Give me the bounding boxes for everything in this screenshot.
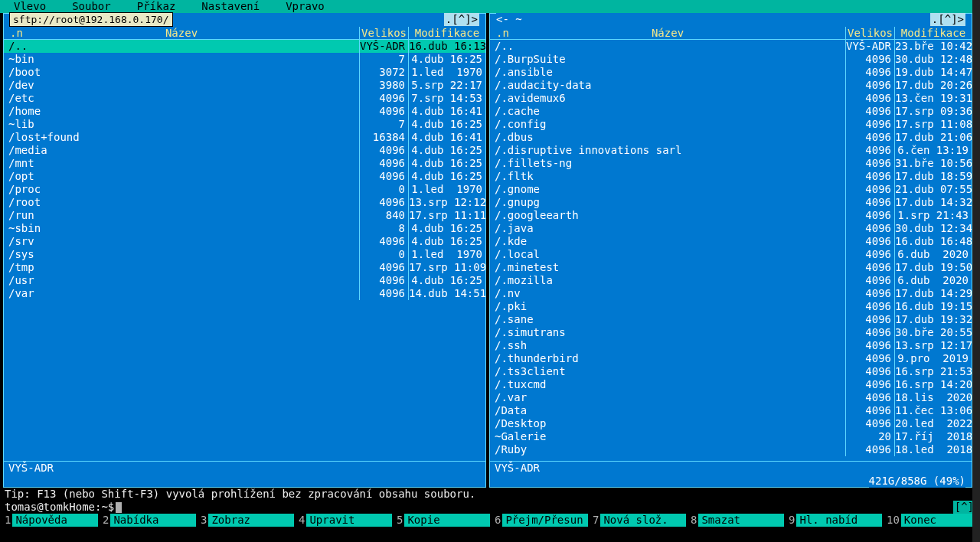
file-size: 4096 [360, 92, 409, 105]
left-col-time[interactable]: Modifikace [409, 27, 485, 39]
file-row[interactable]: /.audacity-data409617.dub 20:26 [490, 79, 972, 92]
file-row[interactable]: /.googleearth40961.srp 21:43 [490, 209, 972, 222]
file-row[interactable]: /.fltk409617.dub 18:59 [490, 170, 972, 183]
fkey-4[interactable]: 4Upravit [294, 514, 392, 527]
fkey-3[interactable]: 3Zobraz [196, 514, 294, 527]
file-row[interactable]: /.simutrans409630.bře 20:55 [490, 326, 972, 339]
file-row[interactable]: /boot30721.led 1970 [4, 66, 485, 79]
file-row[interactable]: /tmp409617.srp 11:09 [4, 261, 485, 274]
file-name: /srv [4, 235, 360, 248]
fkey-9[interactable]: 9Hl. nabíd [784, 514, 882, 527]
file-row[interactable]: /usr40964.dub 16:25 [4, 274, 485, 287]
menu-nastavení[interactable]: Nastavení [195, 0, 279, 13]
file-row[interactable]: /Desktop409620.led 2022 [490, 417, 972, 430]
file-row[interactable]: /.sane409617.dub 19:32 [490, 313, 972, 326]
menu-vpravo[interactable]: Vpravo [279, 0, 345, 13]
file-row[interactable]: /.ssh409613.srp 12:17 [490, 339, 972, 352]
right-panel-controls[interactable]: .[^]> [930, 13, 965, 26]
menu-soubor[interactable]: Soubor [66, 0, 131, 13]
fkey-number: 6 [490, 514, 502, 527]
left-panel[interactable]: <- .[^]> .n Název Velikos Modifikace /..… [3, 13, 486, 488]
menubar[interactable]: VlevoSouborPříkazNastaveníVpravo [0, 0, 980, 13]
file-row[interactable]: /.fillets-ng409631.bře 10:56 [490, 157, 972, 170]
file-row[interactable]: /.BurpSuite409630.dub 12:48 [490, 53, 972, 66]
file-time: 17.dub 14:29 [895, 287, 972, 300]
file-row[interactable]: /Data409611.čec 13:06 [490, 404, 972, 417]
file-row[interactable]: /media40964.dub 16:25 [4, 144, 485, 157]
file-size: 4096 [846, 118, 895, 131]
file-row[interactable]: /lost+found163844.dub 16:41 [4, 131, 485, 144]
left-panel-header[interactable]: .n Název Velikos Modifikace [4, 27, 485, 40]
file-row[interactable]: /Ruby409618.led 2018 [490, 443, 972, 456]
file-row[interactable]: /.gnupg409617.dub 14:32 [490, 196, 972, 209]
fkey-5[interactable]: 5Kopie [392, 514, 490, 527]
file-row[interactable]: /.gnome409621.dub 07:55 [490, 183, 972, 196]
file-row[interactable]: /var409614.dub 14:51 [4, 287, 485, 300]
right-panel-footer: VYŠ-ADR 421G/858G (49%) [490, 461, 972, 487]
file-name: /.disruptive innovations sarl [490, 144, 846, 157]
file-row[interactable]: ~lib74.dub 16:25 [4, 118, 485, 131]
file-size: 4096 [846, 79, 895, 92]
right-panel-header[interactable]: .n Název Velikos Modifikace [490, 27, 972, 40]
file-row[interactable]: /.java409630.dub 12:34 [490, 222, 972, 235]
right-col-time[interactable]: Modifikace [895, 27, 972, 39]
fkey-number: 7 [588, 514, 600, 527]
file-row[interactable]: ~sbin84.dub 16:25 [4, 222, 485, 235]
file-row[interactable]: /.tuxcmd409616.srp 14:20 [490, 378, 972, 391]
file-name: /Data [490, 404, 846, 417]
menu-příkaz[interactable]: Příkaz [131, 0, 196, 13]
file-row[interactable]: /.mozilla40966.dub 2020 [490, 274, 972, 287]
file-row[interactable]: /etc40967.srp 14:53 [4, 92, 485, 105]
file-time: 4.dub 16:25 [409, 274, 485, 287]
file-row[interactable]: /opt40964.dub 16:25 [4, 170, 485, 183]
left-file-list[interactable]: /..VYŠ-ADR16.dub 16:13~bin74.dub 16:25/b… [4, 40, 485, 461]
file-row[interactable]: /dev39805.srp 22:17 [4, 79, 485, 92]
file-row[interactable]: /..VYŠ-ADR16.dub 16:13 [4, 40, 485, 53]
fkey-number: 10 [882, 514, 901, 527]
file-row[interactable]: /root409613.srp 12:12 [4, 196, 485, 209]
file-row[interactable]: /.thunderbird40969.pro 2019 [490, 352, 972, 365]
right-col-name[interactable]: Název [490, 27, 846, 39]
file-size: 4096 [846, 131, 895, 144]
file-row[interactable]: /.kde409616.dub 16:48 [490, 235, 972, 248]
file-row[interactable]: /.config409617.srp 11:08 [490, 118, 972, 131]
file-row[interactable]: /.var409618.lis 2020 [490, 391, 972, 404]
file-row[interactable]: /.avidemux6409613.čen 19:31 [490, 92, 972, 105]
scrollbar[interactable] [972, 0, 980, 542]
fkey-6[interactable]: 6Přejm/Přesun [490, 514, 588, 527]
file-row[interactable]: /.ansible409619.dub 14:47 [490, 66, 972, 79]
prompt-text: tomas@tomkHome:~$ [5, 501, 114, 514]
file-row[interactable]: ~bin74.dub 16:25 [4, 53, 485, 66]
right-col-size[interactable]: Velikos [846, 27, 895, 39]
right-panel[interactable]: <- ~ .[^]> .n Název Velikos Modifikace /… [489, 13, 972, 488]
file-row[interactable]: /.minetest409617.dub 19:50 [490, 261, 972, 274]
file-row[interactable]: /.nv409617.dub 14:29 [490, 287, 972, 300]
file-row[interactable]: /..VYŠ-ADR23.bře 10:42 [490, 40, 972, 53]
file-row[interactable]: /.ts3client409616.srp 21:53 [490, 365, 972, 378]
file-row[interactable]: /srv40964.dub 16:25 [4, 235, 485, 248]
file-row[interactable]: /.dbus409617.dub 21:06 [490, 131, 972, 144]
file-row[interactable]: /.cache409617.srp 09:36 [490, 105, 972, 118]
file-row[interactable]: /home40964.dub 16:41 [4, 105, 485, 118]
left-panel-controls[interactable]: .[^]> [444, 13, 479, 26]
file-row[interactable]: /.pki409616.dub 19:15 [490, 300, 972, 313]
left-col-size[interactable]: Velikos [360, 27, 409, 39]
file-row[interactable]: /.disruptive innovations sarl40966.čen 1… [490, 144, 972, 157]
fkey-10[interactable]: 10Konec [882, 514, 980, 527]
left-col-name[interactable]: Název [4, 27, 360, 39]
right-file-list[interactable]: /..VYŠ-ADR23.bře 10:42/.BurpSuite409630.… [490, 40, 972, 461]
file-row[interactable]: /proc01.led 1970 [4, 183, 485, 196]
file-row[interactable]: /run84017.srp 11:11 [4, 209, 485, 222]
command-prompt[interactable]: tomas@tomkHome:~$ [^] [0, 501, 980, 514]
fkey-7[interactable]: 7Nová slož. [588, 514, 686, 527]
fkey-2[interactable]: 2Nabídka [98, 514, 196, 527]
file-row[interactable]: /.local40966.dub 2020 [490, 248, 972, 261]
file-row[interactable]: /mnt40964.dub 16:25 [4, 157, 485, 170]
fkey-8[interactable]: 8Smazat [686, 514, 784, 527]
file-row[interactable]: ~Galerie2017.říj 2018 [490, 430, 972, 443]
file-row[interactable]: /sys01.led 1970 [4, 248, 485, 261]
fkey-label: Hl. nabíd [796, 514, 882, 527]
fkey-1[interactable]: 1Nápověda [0, 514, 98, 527]
function-keys[interactable]: 1Nápověda2Nabídka3Zobraz4Upravit5Kopie6P… [0, 514, 980, 527]
menu-vlevo[interactable]: Vlevo [8, 0, 66, 13]
